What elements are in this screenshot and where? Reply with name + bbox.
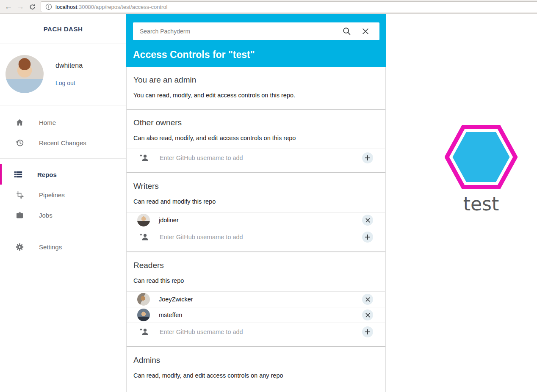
- sidebar-item-label: Settings: [39, 243, 62, 251]
- search-box[interactable]: [133, 22, 379, 40]
- plus-icon: [365, 234, 371, 240]
- repo-canvas: test: [386, 14, 537, 392]
- x-icon: [365, 218, 371, 223]
- section-description: You can read, modify, and edit access co…: [133, 92, 379, 99]
- x-icon: [365, 297, 371, 302]
- avatar: [137, 309, 150, 321]
- address-bar[interactable]: localhost:30080/app/repos/test/access-co…: [41, 1, 537, 12]
- username: jdoliner: [159, 217, 179, 224]
- sidebar-item-label: Pipelines: [39, 191, 65, 199]
- section-title: Other owners: [133, 118, 379, 127]
- access-controls-panel: Access Controls for "test" You are an ad…: [126, 14, 386, 392]
- section-description: Can read, modify, and edit access contro…: [133, 372, 379, 379]
- username: msteffen: [159, 312, 182, 318]
- sidebar-item-recent-changes[interactable]: Recent Changes: [0, 133, 126, 153]
- section-description: Can read this repo: [133, 277, 379, 284]
- page-info-icon[interactable]: [45, 3, 52, 10]
- section-other-owners: Other owners Can also read, modify, and …: [127, 109, 385, 172]
- remove-user-button[interactable]: [362, 294, 373, 305]
- user-row: JoeyZwicker: [127, 291, 385, 307]
- section-title: You are an admin: [133, 75, 379, 85]
- add-username-input[interactable]: [160, 155, 362, 161]
- repo-node-test[interactable]: test: [445, 125, 518, 215]
- settings-icon: [15, 242, 25, 251]
- page-title: Access Controls for "test": [133, 49, 379, 61]
- close-icon[interactable]: [361, 27, 370, 36]
- add-username-input[interactable]: [160, 234, 362, 240]
- divider: [0, 158, 126, 159]
- section-admin-status: You are an admin You can read, modify, a…: [127, 67, 385, 109]
- sidebar-item-pipelines[interactable]: Pipelines: [0, 185, 126, 205]
- add-user-row: [127, 228, 385, 246]
- remove-user-button[interactable]: [362, 309, 373, 320]
- add-user-button[interactable]: [362, 152, 373, 163]
- section-description: Can read and modify this repo: [133, 198, 379, 205]
- repo-name: test: [445, 193, 518, 215]
- section-title: Admins: [133, 356, 379, 365]
- section-title: Readers: [133, 261, 379, 270]
- add-user-button[interactable]: [362, 232, 373, 243]
- plus-icon: [365, 329, 371, 335]
- repos-icon: [14, 170, 23, 179]
- plus-icon: [365, 155, 371, 161]
- section-readers: Readers Can read this repo JoeyZwicker m…: [127, 251, 385, 346]
- user-row: msteffen: [127, 307, 385, 323]
- section-writers: Writers Can read and modify this repo jd…: [127, 172, 385, 251]
- add-user-row: [127, 323, 385, 340]
- home-icon: [15, 118, 25, 127]
- divider: [0, 231, 126, 231]
- x-icon: [365, 312, 371, 318]
- user-block: dwhitena Log out: [0, 44, 126, 105]
- browser-chrome: ← → localhost:30080/app/repos/test/acces…: [0, 0, 537, 14]
- app-title: PACH DASH: [0, 14, 126, 44]
- browser-reload-button[interactable]: [26, 1, 38, 13]
- sidebar-item-home[interactable]: Home: [0, 112, 126, 133]
- history-icon: [15, 138, 25, 147]
- sidebar-item-jobs[interactable]: Jobs: [0, 205, 126, 225]
- sidebar: PACH DASH dwhitena Log out Home: [0, 14, 126, 392]
- jobs-icon: [15, 210, 25, 220]
- sidebar-item-label: Home: [39, 119, 56, 126]
- section-description: Can also read, modify, and edit access c…: [133, 135, 379, 141]
- section-title: Writers: [133, 182, 379, 191]
- user-name: dwhitena: [55, 62, 83, 69]
- add-user-row: [127, 149, 385, 166]
- pipelines-icon: [15, 190, 25, 199]
- url-text: localhost:30080/app/repos/test/access-co…: [55, 4, 168, 10]
- add-person-icon: [139, 327, 149, 337]
- browser-forward-button[interactable]: →: [14, 1, 26, 13]
- avatar: [137, 293, 150, 306]
- sidebar-nav: Home Recent Changes: [0, 105, 126, 257]
- search-icon[interactable]: [342, 27, 352, 36]
- reload-icon: [29, 3, 36, 11]
- avatar: [137, 214, 150, 226]
- sidebar-item-label: Jobs: [39, 212, 53, 219]
- section-admins: Admins Can read, modify, and edit access…: [127, 346, 385, 392]
- search-input[interactable]: [140, 28, 333, 35]
- browser-back-button[interactable]: ←: [3, 1, 14, 13]
- sidebar-item-label: Repos: [37, 171, 57, 178]
- remove-user-button[interactable]: [362, 215, 373, 226]
- panel-header: Access Controls for "test": [126, 14, 386, 67]
- add-user-button[interactable]: [362, 326, 373, 337]
- sidebar-item-repos[interactable]: Repos: [0, 164, 126, 185]
- sidebar-item-label: Recent Changes: [39, 139, 86, 146]
- logout-link[interactable]: Log out: [55, 80, 75, 86]
- url-host: localhost: [55, 4, 77, 10]
- url-path: :30080/app/repos/test/access-control: [77, 4, 167, 10]
- repo-hexagon-icon: [445, 125, 518, 189]
- add-person-icon: [139, 232, 149, 242]
- add-person-icon: [139, 153, 149, 163]
- avatar: [6, 55, 44, 93]
- sidebar-item-settings[interactable]: Settings: [0, 237, 126, 257]
- add-username-input[interactable]: [160, 329, 362, 335]
- user-row: jdoliner: [127, 212, 385, 228]
- username: JoeyZwicker: [159, 296, 193, 303]
